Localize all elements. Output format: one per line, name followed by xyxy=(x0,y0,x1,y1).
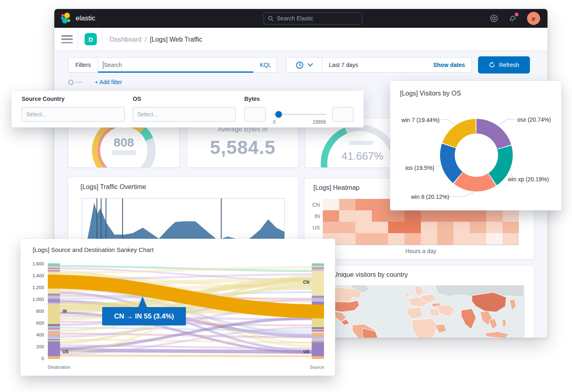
add-filter-button[interactable]: + Add filter xyxy=(95,79,122,85)
sankey-node-segment-right xyxy=(312,300,324,301)
sankey-node-segment-left xyxy=(48,325,60,327)
elastic-logo[interactable]: elastic xyxy=(60,12,95,24)
donut-label-winxp[interactable]: win xp (20.19%) xyxy=(508,176,549,183)
metric-value: 5,584.5 xyxy=(187,136,298,158)
heatmap-cell[interactable] xyxy=(421,222,437,233)
source-country-select[interactable] xyxy=(22,107,125,122)
show-dates-button[interactable]: Show dates xyxy=(433,62,465,68)
os-select[interactable] xyxy=(133,107,236,122)
heatmap-cell[interactable] xyxy=(372,222,388,233)
heatmap-cell[interactable] xyxy=(470,233,486,245)
breadcrumb: Dashboard / [Logs] Web Traffic xyxy=(109,28,202,51)
heatmap-cell[interactable] xyxy=(437,210,454,222)
heatmap-cell[interactable] xyxy=(404,210,421,222)
header-actions: e xyxy=(489,9,540,28)
menu-icon[interactable] xyxy=(61,35,73,43)
filters-button[interactable]: Filters xyxy=(68,57,98,73)
heatmap-cell[interactable] xyxy=(454,210,470,222)
sankey-tooltip: CN → IN 55 (3.4%) xyxy=(102,307,186,325)
heatmap-cell[interactable] xyxy=(421,233,437,245)
sankey-node-segment-right xyxy=(312,333,324,334)
heatmap-cell[interactable] xyxy=(339,222,355,233)
heatmap-cell[interactable] xyxy=(486,210,503,222)
heatmap-cell[interactable] xyxy=(421,210,437,222)
filters-button-label: Filters xyxy=(75,62,91,68)
heatmap-row-label: US xyxy=(304,225,320,231)
heatmap-cell[interactable] xyxy=(388,233,404,245)
sankey-node-segment-right xyxy=(312,268,324,269)
region-egypt[interactable] xyxy=(429,309,439,316)
region-philippines[interactable] xyxy=(502,319,506,327)
heatmap-cell[interactable] xyxy=(454,233,470,245)
kql-query-input[interactable]: Search KQL xyxy=(98,57,277,73)
heatmap-cell[interactable] xyxy=(372,233,388,245)
time-range-value[interactable]: Last 7 days xyxy=(329,62,433,68)
user-avatar[interactable]: e xyxy=(527,12,540,25)
heatmap-cell[interactable] xyxy=(388,210,404,222)
heatmap-cell[interactable] xyxy=(372,210,388,222)
sankey-ytick: 600 xyxy=(36,321,44,325)
heatmap-cell[interactable] xyxy=(323,210,339,222)
donut-label-win7[interactable]: win 7 (19.44%) xyxy=(390,117,440,123)
choropleth-map[interactable] xyxy=(313,285,525,338)
region-central-africa[interactable] xyxy=(411,318,438,338)
breadcrumb-dashboard[interactable]: Dashboard xyxy=(109,36,141,43)
heatmap-cell[interactable] xyxy=(503,210,519,222)
heatmap-cell[interactable] xyxy=(437,222,454,233)
sankey-node-segment-right xyxy=(312,299,324,300)
heatmap-cell[interactable] xyxy=(454,222,470,233)
bytes-max-input[interactable] xyxy=(332,107,353,122)
heatmap-cell[interactable] xyxy=(404,222,421,233)
heatmap-cell[interactable] xyxy=(486,233,503,245)
cloud-deployment-icon[interactable] xyxy=(489,14,498,23)
sankey-node-segment-right xyxy=(312,356,324,359)
newsfeed-bell-icon[interactable] xyxy=(508,14,517,23)
sankey-node-segment-left xyxy=(48,340,60,341)
sankey-node-segment-left xyxy=(48,328,60,329)
donut-label-win8[interactable]: win 8 (20.12%) xyxy=(411,194,449,200)
bytes-min-input[interactable] xyxy=(244,107,266,122)
heatmap-cell[interactable] xyxy=(470,222,486,233)
bytes-slider-handle[interactable] xyxy=(275,111,282,118)
heatmap-cell[interactable] xyxy=(339,210,355,222)
heatmap-cell[interactable] xyxy=(486,222,503,233)
brand-name: elastic xyxy=(76,14,95,22)
sankey-node-segment-left xyxy=(48,297,60,298)
screenshot-canvas: elastic xyxy=(0,0,572,392)
sankey-node-label: US xyxy=(303,349,309,354)
sankey-flow xyxy=(60,356,312,356)
notification-dot xyxy=(515,13,518,16)
gauge-value: 41.667% xyxy=(330,150,395,163)
sankey-ytick: 1,000 xyxy=(32,297,44,302)
heatmap-cell[interactable] xyxy=(339,233,355,245)
heatmap-cell[interactable] xyxy=(339,199,355,210)
heatmap-cell[interactable] xyxy=(355,233,372,245)
heatmap-cell[interactable] xyxy=(388,222,404,233)
time-picker-quick-button[interactable] xyxy=(286,58,322,72)
heatmap-cell[interactable] xyxy=(404,233,421,245)
heatmap-cell[interactable] xyxy=(323,222,339,233)
heatmap-cell[interactable] xyxy=(323,199,339,210)
kql-language-button[interactable]: KQL xyxy=(260,62,271,68)
heatmap-cell[interactable] xyxy=(355,210,372,222)
bytes-slider-max: 19956 xyxy=(297,119,326,125)
heatmap-cell[interactable] xyxy=(437,233,454,245)
heatmap-cell[interactable] xyxy=(355,199,372,210)
sankey-node-segment-left xyxy=(48,332,60,333)
sankey-node-segment-right xyxy=(312,337,324,339)
heatmap-cell[interactable] xyxy=(355,222,372,233)
sankey-node-segment-right xyxy=(312,331,324,332)
donut-label-ios[interactable]: ios (19.5%) xyxy=(390,165,434,171)
gauge-sublabel-bar xyxy=(112,150,136,155)
heatmap-cell[interactable] xyxy=(470,210,486,222)
global-search-input[interactable] xyxy=(277,15,358,22)
sankey-node-segment-right xyxy=(312,341,324,342)
donut-label-osx[interactable]: osx (20.74%) xyxy=(517,116,551,123)
global-search-box[interactable] xyxy=(264,12,362,24)
heatmap-cell[interactable] xyxy=(503,222,519,233)
avatar-initial: e xyxy=(532,15,535,22)
refresh-button[interactable]: Refresh xyxy=(478,56,530,74)
heatmap-cell[interactable] xyxy=(372,199,388,210)
dashboard-app-badge[interactable]: D xyxy=(85,33,97,45)
heatmap-cell[interactable] xyxy=(503,233,519,245)
